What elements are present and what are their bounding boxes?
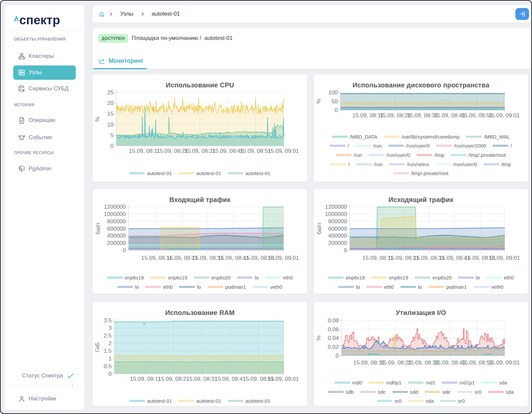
svg-text:1200000: 1200000 <box>104 204 126 210</box>
svg-text:2.5: 2.5 <box>104 333 112 339</box>
svg-text:%: % <box>315 335 322 340</box>
svg-text:15.09, 08:41: 15.09, 08:41 <box>434 112 466 119</box>
svg-text:800000: 800000 <box>328 218 347 225</box>
svg-text:0.02: 0.02 <box>328 344 339 350</box>
svg-text:байт: байт <box>316 222 322 234</box>
svg-text:600000: 600000 <box>107 226 126 232</box>
svg-text:15.09, 08:21: 15.09, 08:21 <box>380 112 411 119</box>
svg-text:1: 1 <box>109 356 112 362</box>
svg-text:15.09, 08:11: 15.09, 08:11 <box>353 360 384 366</box>
svg-text:0.04: 0.04 <box>328 335 339 341</box>
svg-text:0: 0 <box>336 353 339 359</box>
svg-text:1.5: 1.5 <box>104 348 112 354</box>
svg-text:800000: 800000 <box>107 218 126 225</box>
svg-text:15.09, 08:11: 15.09, 08:11 <box>130 376 161 382</box>
svg-text:600000: 600000 <box>328 226 347 232</box>
svg-text:15.09, 08:21: 15.09, 08:21 <box>158 376 190 382</box>
svg-text:0: 0 <box>111 143 114 149</box>
svg-text:15.09, 09:01: 15.09, 09:01 <box>268 376 299 382</box>
svg-text:15.09, 09:01: 15.09, 09:01 <box>268 148 299 154</box>
svg-text:400000: 400000 <box>328 233 347 239</box>
svg-text:5: 5 <box>111 132 114 139</box>
svg-text:3.5: 3.5 <box>104 317 112 324</box>
svg-text:25: 25 <box>107 89 114 96</box>
svg-text:200000: 200000 <box>107 240 126 246</box>
svg-text:0.5: 0.5 <box>104 363 112 369</box>
svg-text:15.09, 08:11: 15.09, 08:11 <box>352 112 383 119</box>
svg-text:100: 100 <box>328 89 338 96</box>
svg-text:0: 0 <box>109 371 112 377</box>
svg-text:15: 15 <box>107 111 114 117</box>
svg-text:15.09, 09:01: 15.09, 09:01 <box>268 255 299 261</box>
svg-text:15.09, 08:31: 15.09, 08:31 <box>184 148 216 154</box>
svg-text:1000000: 1000000 <box>325 211 347 217</box>
svg-text:ГиБ: ГиБ <box>94 342 101 352</box>
svg-text:байт: байт <box>95 222 101 234</box>
svg-text:15.09, 08:21: 15.09, 08:21 <box>157 148 188 154</box>
svg-text:0.06: 0.06 <box>328 326 339 333</box>
svg-text:0.08: 0.08 <box>328 317 339 324</box>
svg-text:15.09, 08:41: 15.09, 08:41 <box>215 376 246 382</box>
svg-text:15.09, 08:31: 15.09, 08:31 <box>407 112 438 119</box>
svg-text:15.09, 08:51: 15.09, 08:51 <box>461 112 493 119</box>
svg-text:1200000: 1200000 <box>325 204 347 210</box>
svg-text:0: 0 <box>123 247 126 254</box>
svg-text:15.09, 08:51: 15.09, 08:51 <box>240 148 271 154</box>
svg-text:15.09, 08:21: 15.09, 08:21 <box>380 360 412 366</box>
svg-text:200000: 200000 <box>328 240 347 246</box>
svg-text:15.09, 09:01: 15.09, 09:01 <box>488 360 520 366</box>
svg-text:50: 50 <box>331 98 338 105</box>
svg-text:15.09, 09:01: 15.09, 09:01 <box>489 255 520 261</box>
svg-text:400000: 400000 <box>107 233 126 239</box>
svg-text:0: 0 <box>335 107 338 113</box>
svg-text:15.09, 08:41: 15.09, 08:41 <box>434 360 466 366</box>
svg-text:15.09, 08:31: 15.09, 08:31 <box>186 376 218 382</box>
svg-text:15.09, 08:41: 15.09, 08:41 <box>212 148 244 154</box>
svg-text:0: 0 <box>344 247 347 254</box>
svg-text:1000000: 1000000 <box>104 211 126 217</box>
svg-text:10: 10 <box>107 122 114 128</box>
svg-text:%: % <box>94 117 101 122</box>
svg-text:2: 2 <box>109 340 112 347</box>
svg-text:15.09, 08:11: 15.09, 08:11 <box>129 148 160 154</box>
svg-text:20: 20 <box>107 100 114 106</box>
svg-text:%: % <box>315 99 322 104</box>
svg-text:3: 3 <box>109 325 112 331</box>
svg-text:15.09, 09:01: 15.09, 09:01 <box>488 112 520 119</box>
